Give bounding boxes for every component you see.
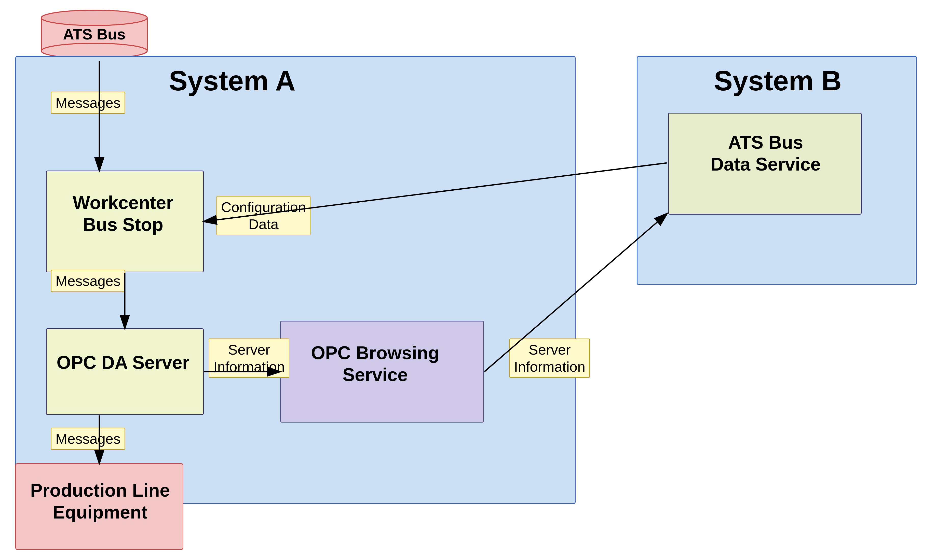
ats-bus-cylinder-svg: ATS Bus: [41, 8, 148, 58]
messages-label-2: Messages: [51, 270, 125, 292]
svg-rect-0: [41, 18, 147, 51]
system-a-label: System A: [169, 65, 295, 97]
opcda-label: OPC DA Server: [46, 352, 199, 373]
opcda-box: OPC DA Server: [46, 328, 204, 415]
prodline-label: Production LineEquipment: [16, 479, 184, 523]
messages-label-1: Messages: [51, 92, 125, 114]
server-info-label-1: ServerInformation: [209, 338, 289, 378]
svg-text:ATS Bus: ATS Bus: [63, 26, 126, 43]
atsbus-data-label: ATS BusData Service: [669, 131, 862, 175]
svg-point-2: [41, 10, 147, 25]
opcbrowse-label: OPC BrowsingService: [281, 342, 469, 386]
system-b-label: System B: [714, 65, 842, 97]
diagram-container: ATS Bus System A System B ATS BusData Se…: [0, 0, 936, 560]
messages-label-3: Messages: [51, 428, 125, 450]
workcenter-box: WorkcenterBus Stop: [46, 171, 204, 272]
opcbrowse-box: OPC BrowsingService: [280, 321, 484, 423]
config-data-label: ConfigurationData: [216, 196, 310, 235]
workcenter-label: WorkcenterBus Stop: [46, 192, 199, 236]
system-b-box: System B ATS BusData Service: [637, 56, 917, 285]
prodline-box: Production LineEquipment: [15, 463, 183, 550]
server-info-label-2: ServerInformation: [509, 338, 590, 378]
atsbus-data-box: ATS BusData Service: [668, 113, 862, 215]
